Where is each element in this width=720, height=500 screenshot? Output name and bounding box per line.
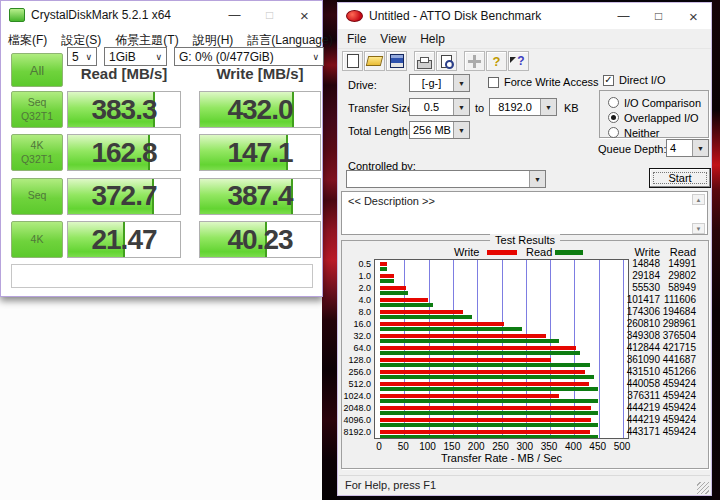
cdm-write-value: 40.23 (200, 222, 320, 257)
atto-titlebar[interactable]: Untitled - ATTO Disk Benchmark — □ × (338, 3, 711, 29)
read-value: 194684 (651, 306, 696, 318)
cdm-write-result-cell: 387.4 (199, 178, 321, 215)
x-axis-tick-label: 150 (444, 441, 461, 452)
write-bar (380, 370, 585, 374)
atto-maximize-button[interactable]: □ (641, 3, 676, 29)
pan-cross-icon (473, 55, 476, 68)
x-axis-title: Transfer Rate - MB / Sec (374, 452, 629, 464)
atto-menu-help[interactable]: Help (413, 29, 452, 49)
cdm-target-drive-select[interactable]: G: 0% (0/477GiB) ∨ (174, 47, 324, 66)
print-preview-button[interactable] (436, 51, 457, 71)
open-file-button[interactable] (364, 51, 385, 71)
cdm-write-header: Write [MB/s] (199, 65, 321, 82)
io-option-label: I/O Comparison (624, 97, 701, 109)
cdm-write-result-cell: 147.1 (199, 134, 321, 171)
atto-menu-view[interactable]: View (373, 29, 413, 49)
cdm-close-button[interactable]: × (287, 1, 322, 29)
drive-value: [-g-] (410, 75, 453, 91)
direct-io-checkbox[interactable]: ✓ Direct I/O (603, 74, 665, 86)
atto-close-button[interactable]: × (676, 3, 711, 29)
write-bar (380, 394, 559, 398)
cdm-maximize-button[interactable]: □ (252, 1, 287, 29)
transfer-size-label: 0.5 (342, 258, 371, 270)
cdm-test-button[interactable]: 4K (11, 221, 63, 258)
cdm-all-test-button[interactable]: All (11, 53, 63, 87)
x-axis-tick-label: 400 (565, 441, 582, 452)
read-bar (380, 399, 598, 403)
total-length-select[interactable]: 256 MB ▼ (409, 121, 470, 139)
atto-menu-file[interactable]: File (340, 29, 373, 49)
read-bar (380, 363, 590, 367)
scroll-up-icon[interactable]: ▲ (692, 194, 705, 205)
cdm-menu-file[interactable]: 檔案(F) (1, 29, 54, 52)
read-value: 459424 (651, 378, 696, 390)
cdm-titlebar[interactable]: CrystalDiskMark 5.2.1 x64 — □ × (1, 1, 322, 29)
x-axis-tick-label: 0 (376, 441, 382, 452)
save-button[interactable] (386, 51, 407, 71)
io-option-radio[interactable]: Neither (608, 126, 708, 139)
read-value: 111606 (651, 294, 696, 306)
force-write-access-checkbox[interactable]: ✓ Force Write Access (488, 76, 599, 88)
cdm-test-button[interactable]: 4K Q32T1 (11, 134, 63, 171)
queue-depth-select[interactable]: 4 ▼ (666, 139, 709, 157)
write-bar (380, 286, 406, 290)
cdm-test-button[interactable]: Seq (11, 178, 63, 215)
controlled-by-select[interactable]: ▼ (346, 170, 546, 188)
io-option-radio[interactable]: Overlapped I/O (608, 111, 708, 124)
transfer-size-label: 4096.0 (342, 414, 371, 426)
read-bar (380, 423, 598, 427)
read-bar (380, 291, 408, 295)
radio-icon (608, 112, 619, 123)
new-file-icon (347, 54, 359, 68)
read-bar (380, 387, 598, 391)
write-bar (380, 382, 589, 386)
queue-depth-label: Queue Depth: (598, 143, 667, 155)
resize-grip[interactable] (697, 482, 709, 494)
dropdown-arrow-icon[interactable]: ▼ (692, 140, 708, 156)
transfer-to-value: 8192.0 (490, 99, 540, 115)
cdm-test-button[interactable]: Seq Q32T1 (11, 91, 63, 128)
help-button[interactable]: ? (486, 51, 507, 71)
cdm-read-result-cell: 372.7 (67, 178, 181, 215)
cdm-write-value: 432.0 (200, 92, 320, 127)
cdm-minimize-button[interactable]: — (217, 1, 252, 29)
pan-button[interactable] (464, 51, 485, 71)
cdm-test-size-select[interactable]: 1GiB ∨ (104, 47, 167, 66)
test-results-group: Test Results Write Read Write Read 0.51.… (341, 240, 709, 469)
desktop-wallpaper-strip-right (712, 0, 720, 500)
start-button[interactable]: Start (649, 168, 711, 188)
chevron-down-icon: ∨ (312, 52, 319, 62)
transfer-size-label: 4.0 (342, 294, 371, 306)
print-button[interactable] (414, 51, 435, 71)
transfer-from-value: 0.5 (410, 99, 453, 115)
test-results-title: Test Results (490, 234, 560, 246)
read-bar (380, 351, 580, 355)
radio-icon (608, 127, 619, 138)
transfer-size-label: 1024.0 (342, 390, 371, 402)
checkbox-icon: ✓ (488, 77, 499, 88)
io-option-label: Overlapped I/O (624, 112, 699, 124)
transfer-from-select[interactable]: 0.5 ▼ (409, 98, 470, 116)
transfer-size-label: Transfer Size: (348, 102, 416, 114)
chevron-down-icon: ∨ (85, 52, 92, 62)
read-value: 376504 (651, 330, 696, 342)
new-file-button[interactable] (342, 51, 363, 71)
read-bar (380, 279, 394, 283)
context-help-button[interactable]: ? (508, 51, 529, 71)
read-value: 451266 (651, 366, 696, 378)
dropdown-arrow-icon[interactable]: ▼ (453, 75, 469, 91)
drive-select[interactable]: [-g-] ▼ (409, 74, 470, 92)
read-values-column: 1499129802589491116061946842989613765044… (651, 258, 696, 438)
help-icon: ? (493, 54, 501, 69)
scroll-down-icon[interactable]: ▼ (692, 223, 705, 234)
cdm-test-count-select[interactable]: 5 ∨ (67, 47, 97, 66)
transfer-to-select[interactable]: 8192.0 ▼ (489, 98, 557, 116)
dropdown-arrow-icon[interactable]: ▼ (453, 99, 469, 115)
dropdown-arrow-icon[interactable]: ▼ (453, 122, 469, 138)
cdm-comment-input[interactable] (11, 264, 313, 288)
atto-minimize-button[interactable]: — (606, 3, 641, 29)
dropdown-arrow-icon[interactable]: ▼ (540, 99, 556, 115)
io-option-radio[interactable]: I/O Comparison (608, 96, 708, 109)
dropdown-arrow-icon[interactable]: ▼ (529, 171, 545, 187)
description-input[interactable]: << Description >> ▲ ▼ (341, 191, 708, 235)
